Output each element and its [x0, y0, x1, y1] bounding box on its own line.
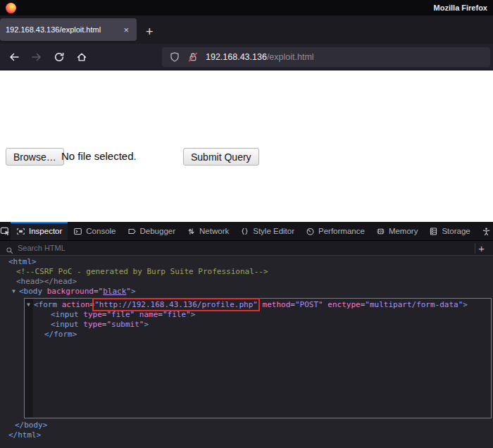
- submit-query-button[interactable]: Submit Query: [183, 148, 259, 166]
- code-token: >: [191, 310, 196, 319]
- insecure-lock-icon[interactable]: [187, 51, 199, 63]
- markup-line[interactable]: <html>: [0, 257, 493, 267]
- code-token: >: [131, 287, 136, 296]
- markup-line[interactable]: </body>: [0, 421, 493, 430]
- devtools-tab-label: Inspector: [29, 227, 62, 235]
- markup-line[interactable]: </html>: [0, 430, 493, 440]
- back-button[interactable]: [8, 51, 20, 63]
- code-token: "multipart/form-data": [365, 300, 463, 309]
- markup-line[interactable]: </form>: [25, 330, 491, 340]
- firefox-logo-icon: [6, 3, 16, 13]
- url-host: 192.168.43.136: [206, 52, 267, 62]
- code-token: >: [144, 320, 149, 329]
- code-token: </body>: [15, 421, 47, 430]
- code-token: </html>: [8, 430, 41, 440]
- code-token: "file": [106, 310, 135, 319]
- window-title: Mozilla Firefox: [434, 4, 487, 12]
- code-token: <!--CSRF PoC - generated by Burp Suite P…: [16, 267, 268, 276]
- home-button[interactable]: [76, 51, 87, 63]
- devtools-tab-label: Style Editor: [253, 227, 294, 235]
- code-token: "submit": [106, 320, 144, 329]
- code-token: "file": [163, 310, 191, 319]
- code-token: =: [94, 287, 99, 296]
- markup-section: ▼<form action="http://192.168.43.136/pro…: [25, 300, 491, 340]
- devtools-tab-performance[interactable]: Performance: [300, 222, 370, 240]
- element-picker-button[interactable]: [0, 222, 11, 240]
- body-children-box: ▼<form action="http://192.168.43.136/pro…: [24, 298, 492, 418]
- markup-line[interactable]: <input type="file" name="file">: [25, 310, 491, 320]
- code-token: =: [290, 300, 295, 309]
- code-token: <input: [51, 310, 83, 319]
- expand-arrow-icon[interactable]: ▼: [12, 287, 19, 297]
- code-token: action: [62, 300, 90, 309]
- url-bar[interactable]: 192.168.43.136/exploit.html: [162, 47, 490, 67]
- devtools-toolbar: InspectorConsoleDebuggerNetworkStyle Edi…: [0, 222, 493, 241]
- devtools-tab-label: Debugger: [140, 227, 176, 235]
- devtools-tab-storage[interactable]: Storage: [423, 222, 475, 240]
- network-icon: [187, 227, 196, 236]
- code-token: <body: [19, 287, 47, 296]
- code-token: >: [463, 300, 468, 309]
- window-titlebar: Mozilla Firefox: [0, 0, 493, 15]
- devtools-tab-label: Performance: [318, 227, 365, 235]
- highlighted-attribute-value[interactable]: "http://192.168.43.136/profile.php": [94, 300, 258, 309]
- code-token: [135, 310, 139, 319]
- browser-tab[interactable]: 192.168.43.136/exploit.html ×: [0, 18, 137, 41]
- code-token: type: [83, 320, 102, 329]
- new-tab-button[interactable]: +: [146, 25, 154, 38]
- url-path: /exploit.html: [267, 52, 314, 62]
- performance-icon: [306, 227, 315, 236]
- devtools-tab-memory[interactable]: Memory: [370, 222, 424, 240]
- devtools-tab-label: Network: [199, 227, 229, 235]
- browse-button[interactable]: Browse…: [6, 148, 64, 166]
- markup-line[interactable]: <!--CSRF PoC - generated by Burp Suite P…: [0, 267, 493, 277]
- tracking-shield-icon[interactable]: [169, 51, 180, 63]
- tab-title: 192.168.43.136/exploit.html: [6, 25, 121, 34]
- devtools-tab-accessibility[interactable]: Acce: [476, 222, 493, 240]
- devtools-tab-inspector[interactable]: Inspector: [11, 222, 68, 240]
- devtools-tab-label: Memory: [389, 227, 418, 235]
- markup-view[interactable]: <html><!--CSRF PoC - generated by Burp S…: [0, 256, 493, 448]
- add-node-button[interactable]: +: [475, 243, 487, 254]
- code-token: <head></head>: [16, 277, 77, 286]
- code-token: [258, 300, 263, 309]
- markup-line[interactable]: ▼<form action="http://192.168.43.136/pro…: [25, 300, 491, 310]
- code-token: enctype: [327, 300, 360, 309]
- navigation-toolbar: 192.168.43.136/exploit.html: [0, 44, 493, 70]
- memory-icon: [376, 227, 385, 236]
- code-token: </form>: [44, 330, 77, 339]
- code-token: type: [83, 310, 102, 319]
- search-icon: [6, 244, 13, 252]
- devtools-tab-strip: InspectorConsoleDebuggerNetworkStyle Edi…: [11, 222, 493, 240]
- console-icon: [73, 227, 82, 236]
- page-content: Browse… No file selected. Submit Query: [0, 70, 493, 222]
- code-token: <html>: [8, 257, 37, 266]
- forward-button[interactable]: [31, 51, 42, 63]
- code-token: "POST": [295, 300, 323, 309]
- code-token: background: [47, 287, 94, 296]
- code-token: ": [126, 287, 131, 296]
- tab-bar: 192.168.43.136/exploit.html × +: [0, 15, 493, 44]
- devtools-tab-network[interactable]: Network: [181, 222, 235, 240]
- devtools-tab-console[interactable]: Console: [68, 222, 121, 240]
- reload-button[interactable]: [54, 51, 65, 63]
- code-token: =: [158, 310, 163, 319]
- devtools-tab-debugger[interactable]: Debugger: [122, 222, 182, 240]
- devtools-search-row: +: [0, 241, 493, 256]
- close-tab-icon[interactable]: ×: [121, 25, 131, 35]
- markup-section: </body></html>: [0, 421, 493, 440]
- search-html-input[interactable]: [18, 244, 470, 252]
- storage-icon: [429, 227, 438, 236]
- devtools-tab-style-editor[interactable]: Style Editor: [235, 222, 300, 240]
- expand-arrow-icon[interactable]: ▼: [27, 300, 34, 310]
- markup-line[interactable]: <head></head>: [0, 277, 493, 287]
- markup-section: <html><!--CSRF PoC - generated by Burp S…: [0, 257, 493, 297]
- attribute-value-link[interactable]: black: [103, 287, 126, 296]
- markup-line[interactable]: <input type="submit">: [25, 320, 491, 330]
- url-text[interactable]: 192.168.43.136/exploit.html: [206, 52, 314, 62]
- devtools-tab-label: Storage: [442, 227, 470, 235]
- file-status-text: No file selected.: [61, 150, 137, 162]
- inspector-icon: [16, 227, 25, 236]
- code-token: <form: [34, 300, 62, 309]
- markup-line[interactable]: ▼<body background="black">: [0, 287, 493, 297]
